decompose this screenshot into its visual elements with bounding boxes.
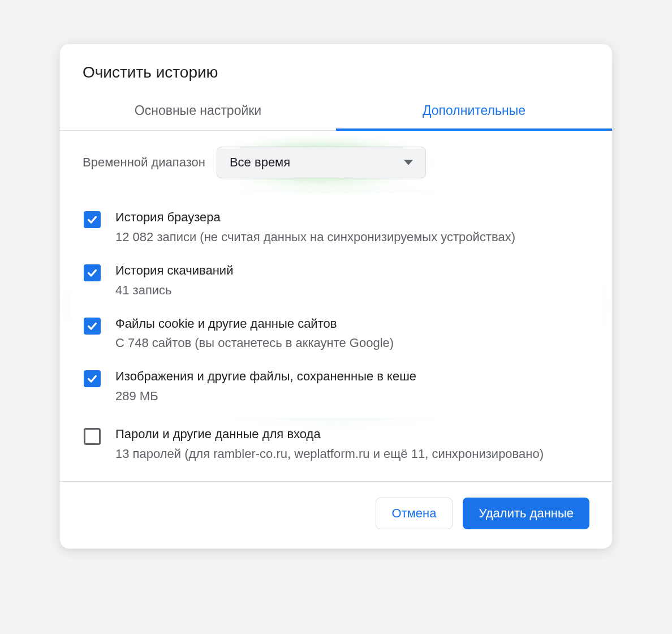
- check-icon: [86, 267, 98, 279]
- option-subtitle: 289 МБ: [115, 387, 588, 405]
- timerange-selected-value: Все время: [230, 155, 290, 170]
- option-row: История скачиваний 41 запись: [81, 254, 591, 307]
- checkbox-passwords[interactable]: [84, 428, 101, 445]
- cancel-button[interactable]: Отмена: [376, 498, 453, 529]
- tab-basic[interactable]: Основные настройки: [60, 95, 336, 130]
- delete-data-button[interactable]: Удалить данные: [463, 498, 589, 529]
- checkbox-download-history[interactable]: [84, 264, 101, 281]
- option-title: История скачиваний: [115, 262, 588, 280]
- option-subtitle: 41 запись: [115, 281, 588, 299]
- tab-advanced[interactable]: Дополнительные: [336, 95, 612, 131]
- option-title: Пароли и другие данные для входа: [115, 426, 588, 443]
- option-title: История браузера: [115, 209, 588, 226]
- option-subtitle: 13 паролей (для rambler-co.ru, weplatfor…: [115, 444, 588, 463]
- check-icon: [86, 372, 98, 385]
- timerange-row: Временной диапазон Все время: [60, 131, 612, 190]
- clear-history-dialog: Очистить историю Основные настройки Допо…: [60, 44, 612, 549]
- timerange-select[interactable]: Все время: [217, 147, 426, 178]
- dialog-title: Очистить историю: [60, 44, 612, 95]
- timerange-label: Временной диапазон: [83, 155, 205, 170]
- option-title: Файлы cookie и другие данные сайтов: [115, 315, 588, 333]
- checkbox-cached-images[interactable]: [84, 370, 101, 387]
- chevron-down-icon: [404, 160, 413, 165]
- checkbox-cookies[interactable]: [84, 318, 101, 335]
- option-row: История браузера 12 082 записи (не счита…: [81, 201, 591, 254]
- option-row: Файлы cookie и другие данные сайтов С 74…: [81, 307, 591, 361]
- option-subtitle: С 748 сайтов (вы останетесь в аккаунте G…: [115, 333, 588, 352]
- option-row: Изображения и другие файлы, сохраненные …: [81, 360, 591, 413]
- options-list-highlighted: История браузера 12 082 записи (не счита…: [70, 193, 602, 418]
- check-icon: [86, 213, 98, 226]
- check-icon: [86, 320, 98, 332]
- option-subtitle: 12 082 записи (не считая данных на синхр…: [115, 228, 588, 246]
- tabs: Основные настройки Дополнительные: [60, 95, 612, 131]
- dialog-footer: Отмена Удалить данные: [60, 482, 612, 549]
- checkbox-browsing-history[interactable]: [84, 211, 101, 228]
- option-title: Изображения и другие файлы, сохраненные …: [115, 368, 588, 385]
